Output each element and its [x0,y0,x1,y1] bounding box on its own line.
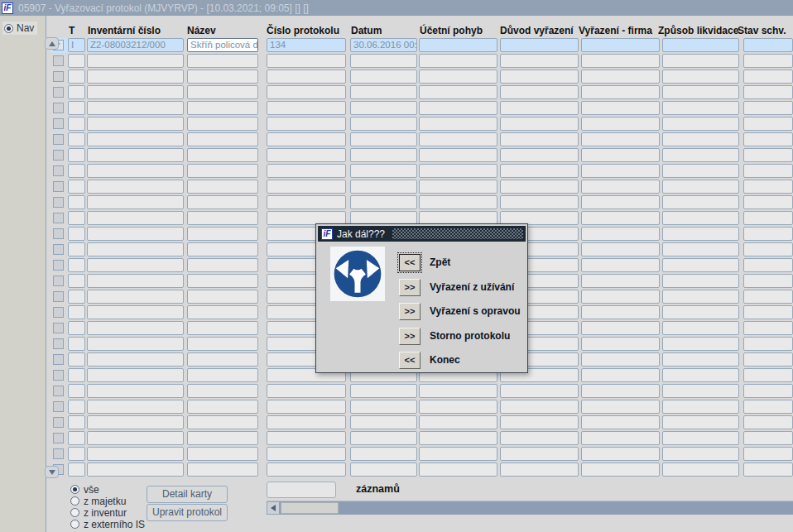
cell-inv[interactable] [87,400,184,414]
cell-stav[interactable] [743,290,793,304]
cell-t[interactable] [68,352,85,367]
row-checkbox[interactable] [50,195,68,210]
row-checkbox[interactable] [50,117,68,132]
cell-datum[interactable] [350,148,417,162]
cell-zpusob[interactable] [662,180,739,194]
cell-nazev[interactable] [187,227,258,241]
cell-nazev[interactable] [187,211,258,225]
cell-datum[interactable] [350,447,417,461]
cell-ucetni[interactable] [419,447,497,461]
cell-t[interactable] [68,211,85,225]
cell-zpusob[interactable] [662,463,739,477]
cell-firma[interactable] [581,227,660,241]
row-checkbox[interactable] [50,305,68,320]
cell-zpusob[interactable] [662,69,739,84]
row-checkbox[interactable] [50,242,68,257]
cell-nazev[interactable] [187,415,258,429]
cell-nazev[interactable] [187,54,258,68]
row-checkbox[interactable] [50,337,68,352]
cell-firma[interactable] [581,415,660,429]
cell-t[interactable] [68,117,85,131]
cell-zpusob[interactable] [662,85,739,99]
cell-nazev[interactable] [187,242,258,256]
cell-nazev[interactable] [187,337,258,351]
cell-firma[interactable] [581,321,660,335]
cell-duvod[interactable] [500,117,579,131]
cell-stav[interactable] [743,258,793,272]
cell-zpusob[interactable] [662,447,739,461]
cell-inv[interactable] [87,337,184,351]
cell-datum[interactable] [350,54,417,68]
dialog-action-button[interactable]: >> [399,279,421,296]
row-checkbox[interactable] [50,164,68,179]
cell-nazev[interactable] [187,290,258,304]
cell-stav[interactable] [743,368,793,382]
cell-ucetni[interactable] [419,38,497,52]
cell-cislo[interactable] [267,132,346,146]
cell-ucetni[interactable] [419,54,497,68]
row-checkbox[interactable] [50,258,68,273]
scroll-down-button[interactable] [45,466,59,478]
cell-firma[interactable] [581,368,660,382]
cell-inv[interactable] [87,242,184,256]
cell-nazev[interactable] [187,431,258,445]
filter-option[interactable]: z majetku [70,496,126,506]
cell-firma[interactable] [581,180,660,194]
cell-inv[interactable] [87,195,184,209]
cell-zpusob[interactable] [662,368,739,382]
cell-cislo[interactable] [267,180,346,194]
cell-zpusob[interactable] [662,195,739,209]
cell-stav[interactable] [743,180,793,194]
cell-zpusob[interactable] [662,148,739,162]
cell-zpusob[interactable] [662,132,739,146]
cell-cislo[interactable] [267,101,346,115]
cell-cislo[interactable] [267,54,346,68]
cell-firma[interactable] [581,117,660,131]
cell-firma[interactable] [581,463,660,477]
cell-zpusob[interactable] [662,227,739,241]
cell-zpusob[interactable] [662,258,739,272]
cell-zpusob[interactable] [662,164,739,178]
cell-nazev[interactable] [187,321,258,335]
cell-stav[interactable] [743,132,793,146]
filter-option[interactable]: vše [70,484,99,495]
cell-firma[interactable] [581,69,660,84]
cell-stav[interactable] [743,447,793,461]
cell-stav[interactable] [743,337,793,351]
cell-t[interactable] [68,305,85,319]
cell-duvod[interactable] [500,180,579,194]
cell-firma[interactable] [581,148,660,162]
horizontal-scrollbar[interactable] [267,501,793,515]
cell-cislo[interactable] [267,431,346,445]
cell-cislo[interactable]: 134 [267,38,346,52]
dialog-action-button[interactable]: << [399,352,421,369]
cell-firma[interactable] [581,195,660,209]
cell-stav[interactable] [743,384,793,398]
cell-inv[interactable] [87,117,184,131]
scrollbar-thumb[interactable] [281,502,339,514]
scroll-up-button[interactable] [45,37,59,50]
cell-nazev[interactable] [187,384,258,398]
cell-zpusob[interactable] [662,38,739,52]
cell-stav[interactable] [743,38,793,52]
cell-t[interactable] [68,54,85,68]
cell-inv[interactable] [87,164,184,178]
cell-nazev[interactable] [187,132,258,146]
cell-inv[interactable] [87,148,184,162]
cell-nazev[interactable] [187,195,258,209]
cell-cislo[interactable] [267,148,346,162]
cell-duvod[interactable] [500,69,579,84]
cell-t[interactable] [68,431,85,445]
cell-nazev[interactable] [187,85,258,99]
cell-datum[interactable] [350,195,417,209]
cell-nazev[interactable] [187,164,258,178]
cell-zpusob[interactable] [662,337,739,351]
cell-ucetni[interactable] [419,132,497,146]
cell-stav[interactable] [743,274,793,288]
cell-nazev[interactable] [187,368,258,382]
cell-firma[interactable] [581,101,660,115]
cell-cislo[interactable] [267,195,346,209]
row-checkbox[interactable] [50,69,68,84]
row-checkbox[interactable] [50,211,68,226]
cell-firma[interactable] [581,431,660,445]
